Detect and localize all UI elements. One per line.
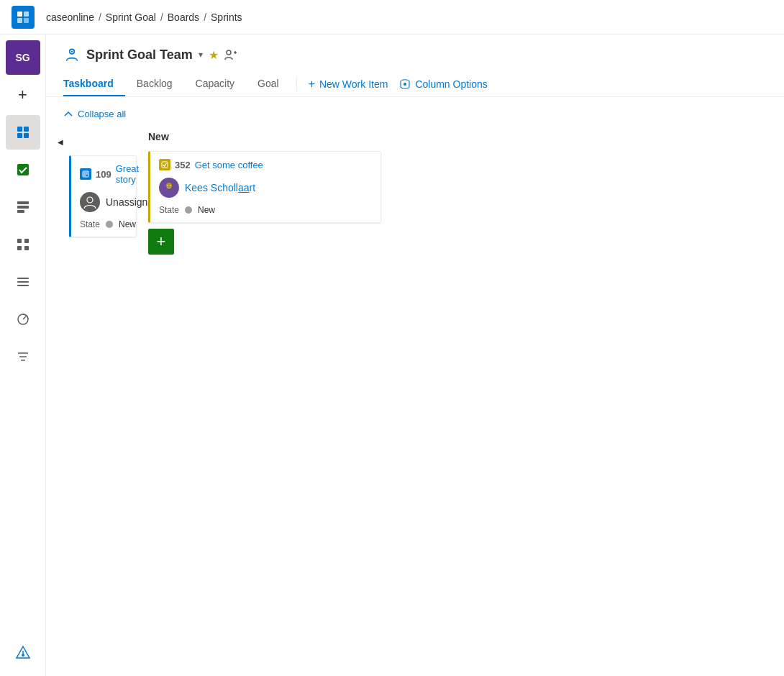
card-352-assignee-firstname: Kees Scholl (185, 182, 238, 193)
card-352-type-icon (159, 159, 170, 170)
main-layout: SG + (0, 35, 784, 676)
team-dropdown-arrow[interactable]: ▾ (199, 50, 203, 60)
unassigned-avatar-icon (82, 194, 98, 210)
sidebar-item-grid[interactable] (6, 227, 40, 262)
breadcrumb-caseonline[interactable]: caseonline (46, 12, 94, 23)
add-card-button[interactable]: + (148, 229, 174, 255)
svg-rect-38 (162, 162, 168, 168)
card-109-title[interactable]: Great story (116, 163, 140, 185)
card-109-state-value: New (119, 219, 136, 229)
tab-taskboard[interactable]: Taskboard (63, 72, 125, 96)
svg-rect-0 (17, 12, 22, 17)
svg-point-40 (167, 185, 168, 186)
sidebar-item-filter[interactable] (6, 339, 40, 374)
team-icon (63, 46, 81, 63)
card-352-assignee-highlight: aa (238, 182, 250, 193)
svg-rect-17 (17, 281, 29, 283)
tabs: Taskboard Backlog Capacity Goal + New Wo… (63, 72, 767, 96)
backlog-icon (16, 200, 30, 214)
sidebar-item-backlog[interactable] (6, 190, 40, 224)
new-work-item-label: New Work Item (319, 78, 388, 90)
collapse-all-row[interactable]: Collapse all (63, 109, 767, 119)
work-item-card-109: 109 Great story Unassigned (69, 155, 137, 237)
manage-members-icon[interactable] (224, 48, 237, 61)
layers-icon (16, 275, 30, 289)
svg-rect-4 (17, 127, 22, 132)
tab-backlog[interactable]: Backlog (125, 72, 184, 96)
app-logo (12, 6, 35, 29)
svg-rect-8 (17, 164, 29, 175)
card-352-assignee-lastname: rt (250, 182, 256, 193)
sidebar: SG + (0, 35, 46, 676)
card-109-state-row: State New (80, 219, 127, 229)
new-work-item-icon: + (309, 78, 315, 91)
card-352-title[interactable]: Get some coffee (195, 160, 263, 170)
svg-rect-1 (24, 12, 29, 17)
boards-icon (16, 125, 30, 140)
svg-point-32 (404, 83, 406, 86)
new-work-item-button[interactable]: + New Work Item (309, 73, 388, 95)
card-109-assignee-row: Unassigned (80, 192, 127, 212)
svg-rect-12 (17, 239, 22, 243)
tab-actions: + New Work Item Column Options (309, 73, 488, 95)
sidebar-item-analytics[interactable] (6, 302, 40, 337)
svg-rect-16 (17, 278, 29, 279)
sidebar-add-button[interactable]: + (6, 78, 40, 112)
card-352-title-row: 352 Get some coffee (159, 159, 372, 170)
svg-line-20 (23, 316, 26, 319)
card-352-state-label: State (159, 205, 179, 215)
sidebar-item-layers[interactable] (6, 265, 40, 299)
sidebar-avatar: SG (6, 40, 40, 75)
sidebar-item-deploy[interactable] (6, 636, 40, 670)
check-icon (16, 163, 30, 177)
breadcrumb-sprintgoal[interactable]: Sprint Goal (106, 12, 156, 23)
sep2: / (160, 12, 163, 23)
favorite-star[interactable]: ★ (209, 48, 219, 62)
board-columns: ◀ (63, 128, 767, 255)
work-item-card-352: 352 Get some coffee (148, 151, 381, 223)
column-options-label: Column Options (415, 78, 487, 90)
card-109-type-icon (80, 168, 91, 180)
svg-rect-5 (24, 127, 29, 132)
logo-icon (16, 10, 30, 24)
card-352-state-row: State New (159, 205, 372, 215)
tab-goal[interactable]: Goal (246, 72, 291, 96)
breadcrumb-sprints[interactable]: Sprints (211, 12, 242, 23)
add-card-icon: + (157, 232, 166, 251)
content-header: Sprint Goal Team ▾ ★ Taskboard Backlog C… (46, 35, 784, 97)
breadcrumb-boards[interactable]: Boards (168, 12, 199, 23)
tab-divider (296, 77, 297, 91)
backlog-column: ◀ (63, 128, 142, 255)
main-content: Sprint Goal Team ▾ ★ Taskboard Backlog C… (46, 35, 784, 676)
svg-rect-10 (17, 206, 29, 209)
story-icon (82, 170, 89, 178)
svg-point-41 (170, 185, 171, 186)
card-109-id: 109 (96, 169, 111, 180)
svg-rect-6 (17, 133, 22, 138)
svg-rect-14 (17, 246, 22, 250)
team-title-row: Sprint Goal Team ▾ ★ (63, 46, 767, 63)
svg-rect-13 (24, 239, 29, 243)
card-109-state-dot (106, 221, 113, 228)
sidebar-item-check[interactable] (6, 152, 40, 187)
analytics-icon (16, 312, 30, 326)
card-109-title-row: 109 Great story (80, 163, 127, 185)
tab-capacity[interactable]: Capacity (184, 72, 246, 96)
sidebar-item-boards[interactable] (6, 115, 40, 150)
svg-point-29 (227, 50, 231, 55)
svg-point-25 (22, 654, 24, 657)
svg-point-37 (87, 197, 93, 203)
sep3: / (204, 12, 206, 23)
svg-rect-11 (17, 210, 24, 213)
svg-rect-3 (24, 18, 29, 23)
card-109-avatar (80, 192, 100, 212)
grid-icon (16, 237, 30, 252)
svg-rect-15 (24, 246, 29, 250)
card-352-assignee-row: Kees Schollaart (159, 178, 372, 198)
column-options-button[interactable]: Column Options (399, 74, 487, 94)
card-352-id: 352 (175, 160, 191, 170)
column-options-icon (399, 78, 411, 90)
collapse-all-label: Collapse all (78, 109, 126, 119)
svg-point-28 (71, 51, 73, 52)
card-352-avatar (159, 178, 179, 198)
